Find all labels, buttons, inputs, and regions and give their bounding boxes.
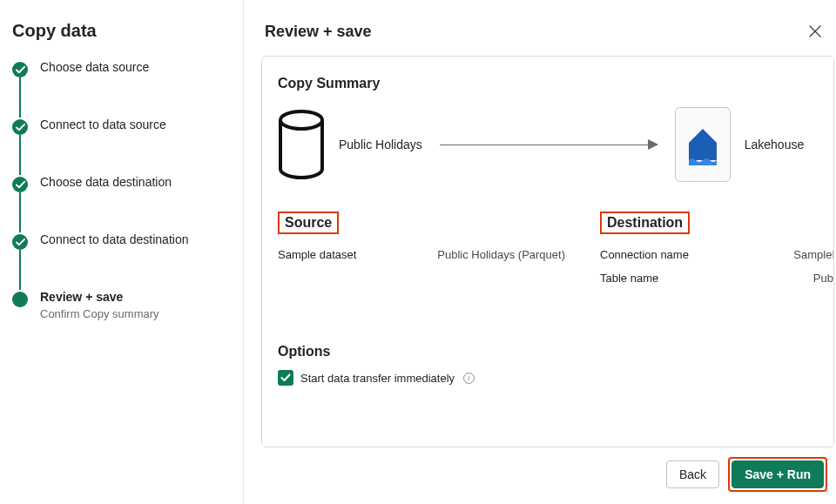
checkmark-icon xyxy=(12,177,28,192)
step-connect-to-data-source[interactable]: Connect to data source xyxy=(12,118,233,175)
step-label: Review + save xyxy=(40,290,159,304)
dest-connection-name-row: Connection name SampleLakehouse xyxy=(600,248,834,261)
step-connector xyxy=(19,250,21,290)
kv-value: SampleLakehouse xyxy=(793,248,834,261)
checkmark-icon xyxy=(280,373,291,383)
checkmark-icon xyxy=(12,234,28,250)
step-connector xyxy=(19,192,21,232)
copy-summary-heading: Copy Summary xyxy=(278,76,834,91)
sidebar-title: Copy data xyxy=(12,21,233,41)
info-icon[interactable]: i xyxy=(463,373,475,384)
summary-diagram: Public Holidays Lakehouse xyxy=(278,107,834,182)
options-heading: Options xyxy=(278,344,834,360)
step-label: Connect to data source xyxy=(40,118,166,131)
review-panel: Review + save Copy Summary Public Holida… xyxy=(258,0,836,504)
primary-button-highlight: Save + Run xyxy=(728,457,827,492)
step-label: Choose data destination xyxy=(40,175,172,189)
step-label: Choose data source xyxy=(40,60,149,74)
arrow-icon xyxy=(440,144,657,145)
step-connector xyxy=(19,135,21,175)
kv-key: Table name xyxy=(600,272,658,285)
close-button[interactable] xyxy=(801,17,829,45)
step-label: Connect to data destination xyxy=(40,232,188,246)
step-review-and-save[interactable]: Review + save Confirm Copy summary xyxy=(12,290,233,320)
destination-heading: Destination xyxy=(600,212,690,234)
checkmark-icon xyxy=(12,119,28,135)
back-button[interactable]: Back xyxy=(666,460,719,488)
close-icon xyxy=(808,24,822,38)
checkmark-icon xyxy=(12,62,28,77)
source-heading: Source xyxy=(278,212,339,234)
lakehouse-icon xyxy=(675,107,731,182)
save-run-button[interactable]: Save + Run xyxy=(732,460,824,488)
kv-value: PublicHolidays xyxy=(813,272,834,285)
source-name: Public Holidays xyxy=(339,138,422,151)
page-title: Review + save xyxy=(265,23,372,41)
kv-key: Connection name xyxy=(600,248,689,261)
start-transfer-label: Start data transfer immediately xyxy=(300,372,455,385)
wizard-steps: Choose data source Connect to data sourc… xyxy=(12,60,233,320)
database-icon xyxy=(278,110,325,179)
summary-card[interactable]: Copy Summary Public Holidays xyxy=(261,56,834,447)
start-transfer-checkbox[interactable] xyxy=(278,370,293,386)
dest-table-name-row: Table name PublicHolidays xyxy=(600,272,834,285)
panel-header: Review + save xyxy=(258,0,836,52)
destination-name: Lakehouse xyxy=(745,138,805,151)
details-columns: Source Sample dataset Public Holidays (P… xyxy=(278,212,834,295)
step-choose-data-destination[interactable]: Choose data destination xyxy=(12,175,233,232)
kv-value: Public Holidays (Parquet) xyxy=(437,248,565,261)
step-connect-to-data-destination[interactable]: Connect to data destination xyxy=(12,232,233,290)
step-sublabel: Confirm Copy summary xyxy=(40,307,159,320)
step-choose-data-source[interactable]: Choose data source xyxy=(12,60,233,118)
svg-point-0 xyxy=(280,111,322,129)
dialog-footer: Back Save + Run xyxy=(666,457,827,492)
wizard-sidebar: Copy data Choose data source Connect to … xyxy=(0,0,244,504)
step-connector xyxy=(19,77,21,118)
current-step-icon xyxy=(12,292,28,307)
source-column: Source Sample dataset Public Holidays (P… xyxy=(278,212,565,295)
source-sample-dataset-row: Sample dataset Public Holidays (Parquet) xyxy=(278,248,565,261)
destination-column: Destination Connection name SampleLakeho… xyxy=(600,212,834,295)
start-transfer-option: Start data transfer immediately i xyxy=(278,370,834,386)
kv-key: Sample dataset xyxy=(278,248,356,261)
